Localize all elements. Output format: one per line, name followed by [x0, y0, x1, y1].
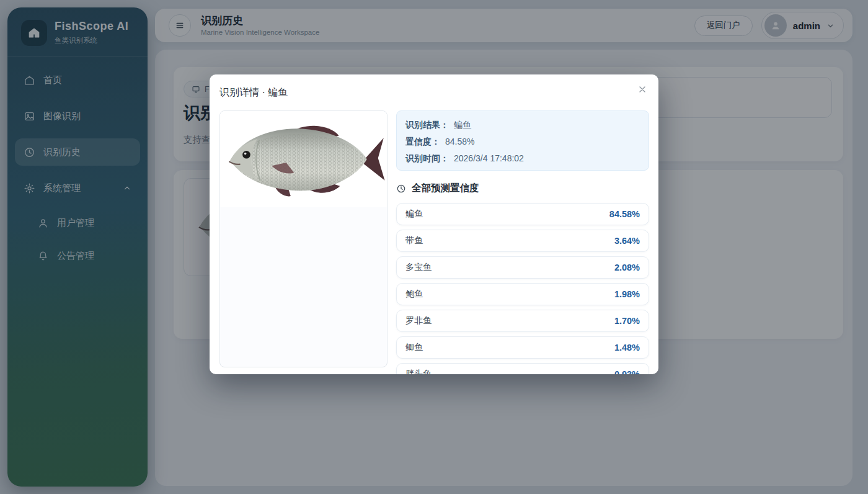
prediction-name: 多宝鱼 [405, 262, 432, 273]
prediction-row: 带鱼 3.64% [396, 230, 649, 252]
prediction-row: 鳊鱼 84.58% [396, 203, 649, 225]
confidence-label: 置信度： [405, 133, 440, 150]
prediction-row: 多宝鱼 2.08% [396, 256, 649, 279]
recognition-summary-box: 识别结果： 鳊鱼 置信度： 84.58% 识别时间： 2026/3/4 17:4… [396, 110, 649, 171]
time-value: 2026/3/4 17:48:02 [454, 150, 524, 167]
prediction-row: 罗非鱼 1.70% [396, 310, 649, 332]
prediction-value: 3.64% [614, 236, 640, 246]
prediction-value: 84.58% [609, 209, 640, 219]
recognition-detail-modal: 识别详情 · 鳊鱼 [210, 74, 658, 374]
modal-right-column: 识别结果： 鳊鱼 置信度： 84.58% 识别时间： 2026/3/4 17:4… [396, 110, 649, 374]
clock-icon [396, 184, 406, 194]
fish-photo [220, 111, 387, 207]
prediction-name: 带鱼 [405, 235, 423, 246]
modal-title: 识别详情 · 鳊鱼 [219, 83, 288, 99]
time-label: 识别时间： [405, 150, 449, 167]
prediction-name: 鲫鱼 [405, 342, 423, 353]
prediction-value: 1.98% [614, 289, 640, 299]
prediction-row: 胖头鱼 0.93% [396, 363, 649, 374]
prediction-name: 鲍鱼 [405, 289, 423, 300]
prediction-name: 罗非鱼 [405, 315, 432, 326]
prediction-value: 2.08% [614, 263, 640, 272]
result-value: 鳊鱼 [454, 117, 471, 133]
prediction-value: 1.48% [614, 343, 640, 353]
predictions-list: 鳊鱼 84.58% 带鱼 3.64% 多宝鱼 2.08% 鲍鱼 1.98% 罗非… [396, 203, 649, 374]
prediction-name: 胖头鱼 [405, 369, 432, 374]
prediction-row: 鲫鱼 1.48% [396, 336, 649, 359]
prediction-row: 鲍鱼 1.98% [396, 283, 649, 305]
prediction-value: 1.70% [614, 316, 640, 326]
result-label: 识别结果： [405, 117, 449, 133]
fish-image-panel [219, 110, 388, 367]
predictions-title: 全部预测置信度 [412, 182, 479, 195]
prediction-name: 鳊鱼 [405, 209, 423, 220]
confidence-value: 84.58% [445, 133, 474, 150]
close-icon[interactable] [636, 83, 649, 96]
prediction-value: 0.93% [614, 369, 640, 374]
